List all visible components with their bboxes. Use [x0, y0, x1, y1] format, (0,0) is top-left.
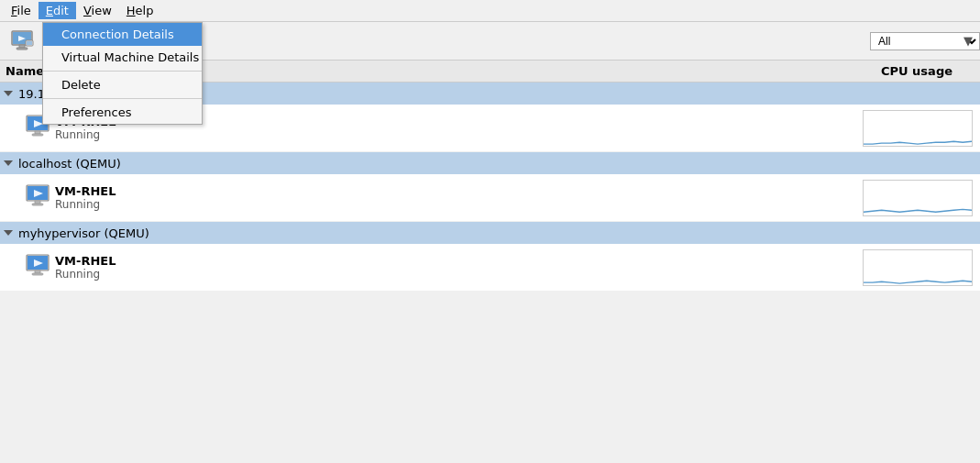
computer-icon [10, 29, 34, 53]
vm-status-3: Running [55, 268, 863, 281]
menu-item-vm-details[interactable]: Virtual Machine Details [43, 46, 202, 69]
filter-dropdown[interactable]: All [870, 32, 980, 50]
collapse-icon-3 [4, 230, 13, 236]
svg-rect-21 [32, 273, 43, 275]
menu-separator-1 [43, 71, 202, 72]
vm-row[interactable]: VM-RHEL Running [0, 174, 980, 222]
preferences-label: Preferences [61, 105, 131, 119]
new-connection-button[interactable] [6, 25, 39, 58]
host-label-3: myhypervisor (QEMU) [18, 226, 149, 240]
svg-rect-20 [35, 270, 40, 273]
menubar: File Edit View Help [0, 0, 980, 22]
menu-item-delete[interactable]: Delete [43, 73, 202, 96]
svg-rect-15 [35, 201, 40, 204]
vm-details-label: Virtual Machine Details [61, 50, 199, 64]
menu-separator-2 [43, 98, 202, 99]
collapse-icon-1 [4, 91, 13, 96]
host-group-3[interactable]: myhypervisor (QEMU) [0, 222, 980, 244]
menu-edit[interactable]: Edit [39, 2, 76, 19]
vm-chart-2 [863, 180, 973, 216]
vm-name-3: VM-RHEL [55, 254, 863, 268]
menu-file-label: File [11, 4, 31, 17]
vm-name-2: VM-RHEL [55, 184, 863, 198]
menu-view-label: View [83, 4, 112, 17]
vm-monitor-icon-2 [26, 183, 55, 213]
host-label-2: localhost (QEMU) [18, 157, 121, 171]
svg-rect-11 [32, 134, 43, 136]
vm-row[interactable]: VM-RHEL Running [0, 244, 980, 292]
host-group-2[interactable]: localhost (QEMU) [0, 152, 980, 174]
vm-info-3: VM-RHEL Running [55, 254, 863, 281]
menu-item-preferences[interactable]: Preferences [43, 101, 202, 124]
vm-monitor-icon-3 [26, 253, 55, 282]
svg-rect-10 [35, 131, 40, 134]
vm-chart-1 [863, 110, 973, 147]
svg-rect-16 [32, 204, 43, 205]
vm-status-2: Running [55, 198, 863, 211]
connection-details-label: Connection Details [61, 28, 174, 41]
svg-rect-6 [27, 41, 32, 45]
edit-dropdown-menu: Connection Details Virtual Machine Detai… [42, 22, 203, 125]
menu-view[interactable]: View [76, 2, 119, 19]
menu-help[interactable]: Help [119, 2, 161, 19]
vm-chart-3 [863, 249, 973, 286]
menu-item-connection-details[interactable]: Connection Details [43, 23, 202, 46]
vm-info-2: VM-RHEL Running [55, 184, 863, 211]
delete-label: Delete [61, 78, 101, 92]
svg-rect-4 [17, 48, 28, 50]
col-cpu-header: CPU usage [857, 64, 976, 78]
menu-help-label: Help [127, 4, 154, 17]
collapse-icon-2 [4, 160, 13, 166]
menu-edit-label: Edit [46, 4, 69, 17]
menu-file[interactable]: File [4, 2, 39, 19]
vm-status-1: Running [55, 128, 863, 141]
